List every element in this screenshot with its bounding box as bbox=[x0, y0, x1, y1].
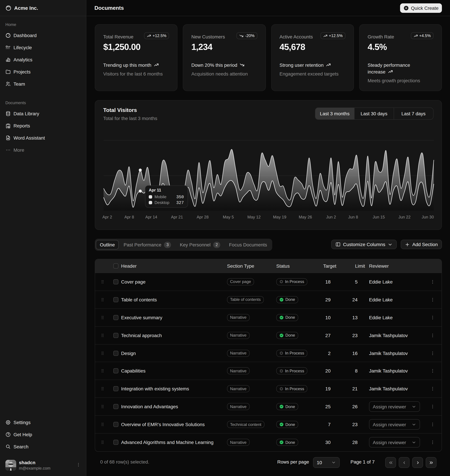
svg-text:Jun 22: Jun 22 bbox=[398, 215, 410, 219]
svg-text:Jun 30: Jun 30 bbox=[422, 215, 434, 219]
svg-text:Desktop: Desktop bbox=[154, 200, 169, 205]
svg-text:May 19: May 19 bbox=[273, 215, 286, 219]
svg-text:Jun 8: Jun 8 bbox=[348, 215, 358, 219]
svg-text:Jun 15: Jun 15 bbox=[373, 215, 385, 219]
svg-text:May 5: May 5 bbox=[223, 215, 234, 219]
svg-text:May 12: May 12 bbox=[248, 215, 261, 219]
svg-text:Apr 14: Apr 14 bbox=[145, 215, 157, 219]
svg-text:Jun 2: Jun 2 bbox=[326, 215, 336, 219]
svg-text:May 26: May 26 bbox=[299, 215, 312, 219]
svg-text:Apr 8: Apr 8 bbox=[124, 215, 134, 219]
svg-text:350: 350 bbox=[176, 195, 184, 200]
svg-text:Apr 28: Apr 28 bbox=[197, 215, 209, 219]
svg-text:Apr 11: Apr 11 bbox=[149, 188, 161, 192]
svg-text:Apr 2: Apr 2 bbox=[102, 215, 112, 219]
svg-text:Mobile: Mobile bbox=[154, 195, 166, 199]
svg-text:Apr 21: Apr 21 bbox=[171, 215, 183, 219]
svg-text:327: 327 bbox=[176, 200, 184, 205]
